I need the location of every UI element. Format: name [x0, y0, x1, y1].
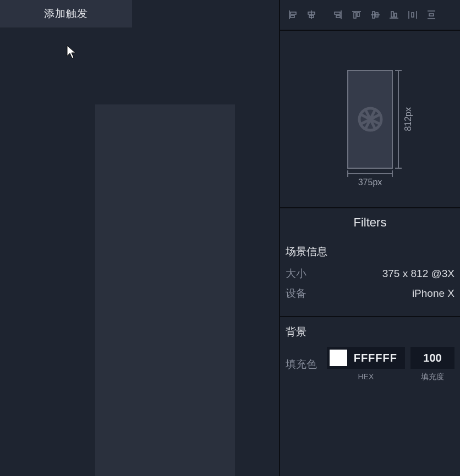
scene-size-value: 375 x 812 @3X: [382, 268, 454, 280]
dimension-width-label: 375px: [358, 178, 382, 187]
svg-rect-2: [291, 15, 294, 18]
align-top-icon[interactable]: [347, 5, 366, 24]
scene-device-row: 设备 iPhone X: [286, 286, 454, 301]
artboard-preview: 812px 375px: [347, 70, 393, 169]
inspector-pane: 812px 375px Filters 场景信息 大小 375 x 812 @3…: [280, 0, 460, 476]
align-right-icon[interactable]: [328, 5, 347, 24]
align-h-center-icon[interactable]: [302, 5, 321, 24]
scene-device-label: 设备: [286, 286, 306, 301]
dimension-width: 375px: [347, 173, 393, 187]
cursor-pointer-icon: [67, 45, 76, 62]
alignment-toolbar: [280, 0, 460, 31]
svg-rect-23: [429, 14, 434, 16]
tab-add-trigger[interactable]: 添加触发: [0, 0, 132, 27]
scene-info-section: 场景信息 大小 375 x 812 @3X 设备 iPhone X: [280, 237, 460, 317]
scene-size-row: 大小 375 x 812 @3X: [286, 267, 454, 281]
background-title: 背景: [286, 325, 454, 339]
scene-device-value: iPhone X: [412, 287, 454, 300]
color-swatch[interactable]: [330, 350, 347, 366]
fill-label: 填充色: [286, 357, 317, 372]
weave-logo-icon: [357, 106, 384, 132]
fill-row: 填充色 FFFFFF HEX 100 填充度: [286, 347, 454, 382]
svg-rect-20: [412, 13, 414, 17]
svg-rect-7: [335, 12, 340, 14]
opacity-caption: 填充度: [421, 372, 444, 382]
svg-rect-10: [354, 13, 356, 18]
tab-bar: 添加触发: [0, 0, 279, 27]
svg-rect-1: [291, 12, 296, 14]
dimension-height: 812px: [398, 70, 413, 169]
opacity-group: 100 填充度: [410, 347, 454, 382]
artboard-preview-section: 812px 375px: [280, 31, 460, 208]
filters-title: Filters: [280, 208, 460, 237]
align-v-center-icon[interactable]: [366, 5, 385, 24]
color-hex-group: FFFFFF HEX: [327, 347, 405, 381]
background-section: 背景 填充色 FFFFFF HEX 100 填充度: [280, 317, 460, 392]
svg-rect-11: [357, 13, 359, 16]
distribute-v-icon[interactable]: [422, 5, 441, 24]
scene-size-label: 大小: [286, 267, 306, 281]
canvas-artboard[interactable]: [95, 104, 235, 476]
hex-caption: HEX: [358, 372, 374, 381]
svg-rect-8: [336, 15, 340, 18]
dimension-height-label: 812px: [403, 107, 413, 131]
left-pane: 添加触发: [0, 0, 280, 476]
tab-label: 添加触发: [44, 7, 88, 21]
preview-frame[interactable]: [347, 70, 393, 169]
svg-rect-16: [391, 12, 393, 17]
color-hex-input[interactable]: FFFFFF: [352, 352, 405, 364]
distribute-h-icon[interactable]: [403, 5, 422, 24]
align-bottom-icon[interactable]: [385, 5, 403, 24]
svg-rect-17: [395, 13, 397, 17]
align-left-icon[interactable]: [283, 5, 302, 24]
opacity-input[interactable]: 100: [410, 347, 454, 369]
scene-info-title: 场景信息: [286, 245, 454, 259]
